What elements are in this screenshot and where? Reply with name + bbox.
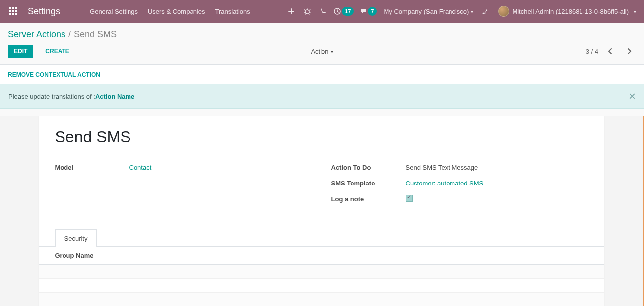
edit-button[interactable]: Edit	[8, 45, 33, 58]
create-button[interactable]: Create	[39, 45, 75, 58]
bug-icon[interactable]	[299, 8, 315, 15]
phone-icon[interactable]	[315, 8, 331, 15]
log-note-label: Log a note	[331, 195, 406, 203]
tabs: Security	[39, 229, 604, 247]
form-left-column: Model Contact	[55, 161, 312, 209]
table-row	[39, 279, 604, 293]
pager: 3 / 4	[586, 44, 636, 58]
activity-icon[interactable]: 17	[331, 7, 357, 16]
statusbar: Remove Contextual Action	[0, 64, 644, 84]
control-bar: Edit Create Action▾ 3 / 4	[0, 45, 644, 64]
messages-icon[interactable]: 7	[357, 7, 380, 16]
sms-template-value[interactable]: Customer: automated SMS	[406, 180, 484, 187]
table-row	[39, 293, 604, 306]
alert-text: Please update translations of :	[8, 93, 95, 100]
action-to-do-value: Send SMS Text Message	[406, 164, 478, 171]
company-selector[interactable]: My Company (San Francisco)▾	[380, 8, 477, 15]
model-label: Model	[55, 164, 129, 171]
messages-badge: 7	[368, 7, 377, 16]
nav-general-settings[interactable]: General Settings	[85, 8, 143, 15]
activity-badge: 17	[342, 7, 354, 16]
app-brand[interactable]: Settings	[28, 6, 60, 17]
remove-contextual-action-button[interactable]: Remove Contextual Action	[8, 71, 100, 78]
tab-security[interactable]: Security	[55, 229, 97, 247]
log-note-checkbox[interactable]	[406, 195, 413, 202]
developer-tools-icon[interactable]	[477, 8, 493, 15]
breadcrumb-sep: /	[68, 29, 71, 40]
close-icon[interactable]: ×	[629, 90, 636, 102]
plus-icon[interactable]	[283, 8, 299, 15]
content-area: Send SMS Model Contact Action To Do Send…	[0, 116, 644, 306]
breadcrumb-parent[interactable]: Server Actions	[8, 29, 65, 40]
form-right-column: Action To Do Send SMS Text Message SMS T…	[331, 161, 588, 209]
breadcrumb-current: Send SMS	[74, 29, 117, 40]
table-body	[39, 265, 604, 306]
form-sheet: Send SMS Model Contact Action To Do Send…	[39, 116, 604, 306]
avatar	[498, 6, 509, 17]
alert-link[interactable]: Action Name	[95, 93, 134, 100]
apps-icon[interactable]	[9, 7, 18, 16]
nav-users-companies[interactable]: Users & Companies	[143, 8, 210, 15]
pager-next-icon[interactable]	[622, 44, 636, 58]
nav-translations[interactable]: Translations	[210, 8, 255, 15]
page-title: Send SMS	[55, 128, 588, 146]
model-value[interactable]: Contact	[129, 164, 152, 171]
action-to-do-label: Action To Do	[331, 164, 406, 171]
svg-point-2	[483, 13, 484, 14]
top-navbar: Settings General Settings Users & Compan…	[0, 0, 644, 23]
sms-template-label: SMS Template	[331, 180, 406, 187]
translation-alert: Please update translations of : Action N…	[0, 84, 644, 109]
table-header: Group Name	[39, 247, 604, 265]
column-group-name[interactable]: Group Name	[39, 252, 110, 259]
breadcrumb: Server Actions / Send SMS	[0, 23, 644, 45]
action-dropdown[interactable]: Action▾	[311, 48, 333, 55]
svg-point-0	[305, 10, 309, 14]
pager-prev-icon[interactable]	[603, 44, 617, 58]
table-row	[39, 265, 604, 279]
user-menu[interactable]: Mitchell Admin (1218681-13-0-8b6ff5-all)…	[493, 6, 638, 17]
pager-text[interactable]: 3 / 4	[586, 48, 598, 55]
